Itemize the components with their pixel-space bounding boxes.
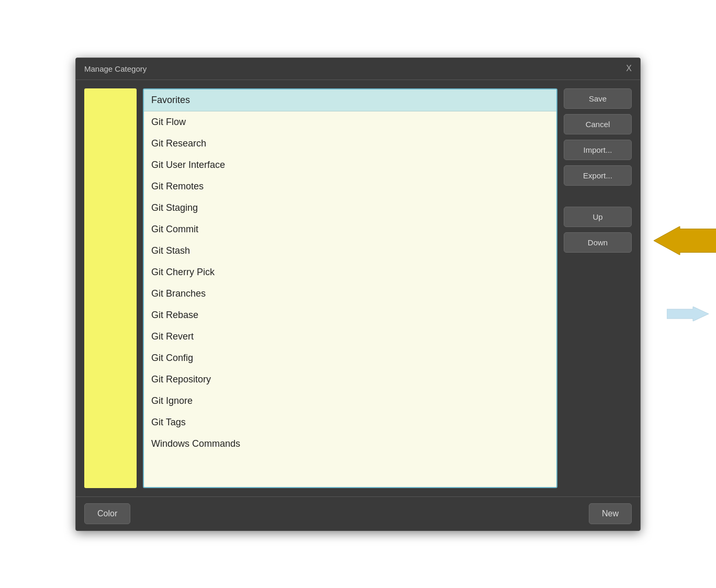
- list-item[interactable]: Git Commit: [144, 219, 556, 240]
- right-panel: Save Cancel Import... Export... Up Down: [564, 88, 632, 488]
- yellow-arrow-annotation: [654, 226, 716, 255]
- import-button[interactable]: Import...: [564, 140, 632, 160]
- yellow-arrow-icon: [654, 226, 716, 255]
- dialog-wrapper: Manage Category X FavoritesGit FlowGit R…: [75, 58, 641, 531]
- list-item[interactable]: Git Staging: [144, 197, 556, 219]
- list-item[interactable]: Windows Commands: [144, 433, 556, 455]
- list-item[interactable]: Git Cherry Pick: [144, 262, 556, 283]
- list-item[interactable]: Git Config: [144, 347, 556, 369]
- list-item[interactable]: Git Remotes: [144, 176, 556, 197]
- list-item[interactable]: Git Ignore: [144, 390, 556, 412]
- up-button[interactable]: Up: [564, 207, 632, 227]
- title-bar: Manage Category X: [76, 58, 640, 80]
- dialog-footer: Color New: [76, 496, 640, 530]
- dialog-body: FavoritesGit FlowGit ResearchGit User In…: [76, 80, 640, 496]
- list-item[interactable]: Git Repository: [144, 369, 556, 390]
- list-item[interactable]: Favorites: [144, 89, 556, 111]
- svg-marker-0: [654, 226, 716, 255]
- dialog-title: Manage Category: [84, 64, 147, 73]
- cancel-button[interactable]: Cancel: [564, 114, 632, 134]
- export-button[interactable]: Export...: [564, 165, 632, 186]
- blue-arrow-annotation: [667, 307, 709, 321]
- list-item[interactable]: Git Tags: [144, 412, 556, 433]
- new-button[interactable]: New: [589, 503, 632, 524]
- down-button[interactable]: Down: [564, 232, 632, 253]
- color-panel: [84, 88, 137, 488]
- color-button[interactable]: Color: [84, 503, 130, 524]
- list-item[interactable]: Git Stash: [144, 240, 556, 262]
- list-item[interactable]: Git Rebase: [144, 304, 556, 326]
- category-list-scroll[interactable]: FavoritesGit FlowGit ResearchGit User In…: [144, 89, 556, 487]
- list-item[interactable]: Git Research: [144, 133, 556, 154]
- manage-category-dialog: Manage Category X FavoritesGit FlowGit R…: [75, 58, 641, 531]
- list-item[interactable]: Git Branches: [144, 283, 556, 304]
- svg-marker-1: [667, 307, 709, 321]
- list-item[interactable]: Git Revert: [144, 326, 556, 347]
- save-button[interactable]: Save: [564, 88, 632, 109]
- list-item[interactable]: Git Flow: [144, 111, 556, 133]
- blue-arrow-icon: [667, 307, 709, 321]
- close-button[interactable]: X: [626, 64, 632, 73]
- list-item[interactable]: Git User Interface: [144, 154, 556, 176]
- category-list-container: FavoritesGit FlowGit ResearchGit User In…: [143, 88, 557, 488]
